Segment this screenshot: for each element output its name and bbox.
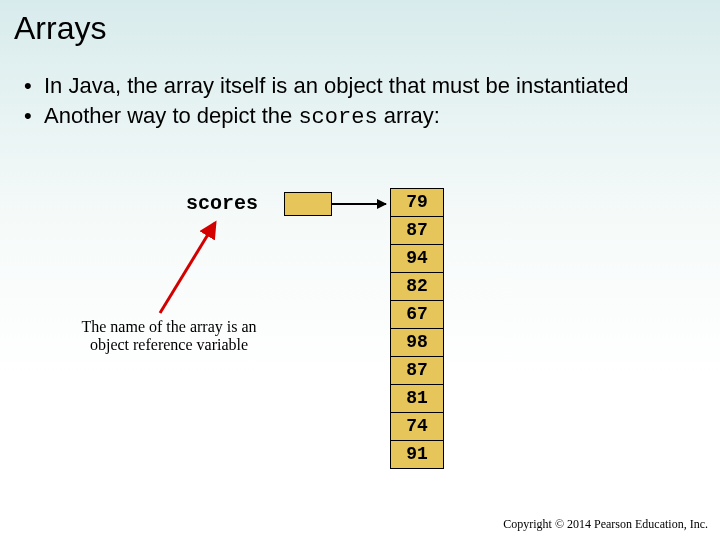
diagram-caption: The name of the array is an object refer… (64, 318, 274, 354)
bullet-text-post: array: (378, 103, 440, 128)
array-cell: 74 (391, 413, 443, 441)
bullet-text: In Java, the array itself is an object t… (44, 72, 696, 100)
bullet-item: • Another way to depict the scores array… (24, 102, 696, 132)
array-cell: 79 (391, 189, 443, 217)
array-cell: 82 (391, 273, 443, 301)
array-cell: 87 (391, 357, 443, 385)
array-cell: 67 (391, 301, 443, 329)
scores-variable-label: scores (186, 192, 258, 215)
red-pointer-arrow (150, 218, 230, 318)
reference-arrow (332, 203, 386, 205)
array-diagram: scores 79 87 94 82 67 98 87 81 74 91 The… (0, 188, 720, 508)
bullet-list: • In Java, the array itself is an object… (24, 72, 696, 133)
bullet-dot: • (24, 72, 44, 100)
array-cell: 94 (391, 245, 443, 273)
copyright-text: Copyright © 2014 Pearson Education, Inc. (503, 517, 708, 532)
array-cell: 81 (391, 385, 443, 413)
array-cell: 87 (391, 217, 443, 245)
array-cells: 79 87 94 82 67 98 87 81 74 91 (390, 188, 444, 469)
svg-line-0 (160, 223, 215, 313)
bullet-text: Another way to depict the scores array: (44, 102, 696, 132)
bullet-item: • In Java, the array itself is an object… (24, 72, 696, 100)
slide-title: Arrays (14, 10, 106, 47)
bullet-text-code: scores (298, 105, 377, 130)
bullet-text-pre: Another way to depict the (44, 103, 298, 128)
bullet-dot: • (24, 102, 44, 132)
array-cell: 91 (391, 441, 443, 468)
reference-box (284, 192, 332, 216)
array-cell: 98 (391, 329, 443, 357)
